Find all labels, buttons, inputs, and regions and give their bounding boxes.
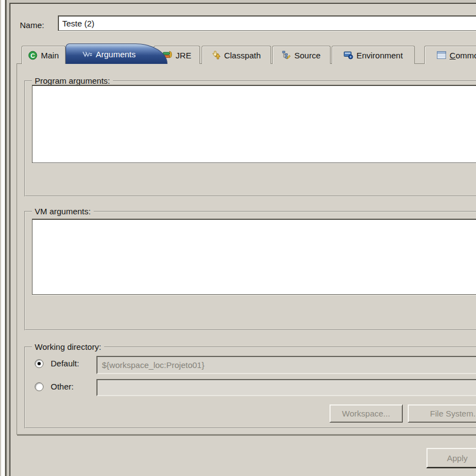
tab-main-label: Main <box>41 51 59 60</box>
name-input[interactable] <box>58 15 476 31</box>
other-directory-field[interactable] <box>96 379 476 396</box>
other-radio-label[interactable]: Other: <box>51 382 74 392</box>
vm-arguments-group: VM arguments: <box>24 211 476 331</box>
file-system-button[interactable]: File System... <box>408 404 476 423</box>
workspace-button[interactable]: Workspace... <box>329 404 403 423</box>
default-radio-label[interactable]: Default: <box>51 359 79 369</box>
left-tree-panel-edge <box>1 0 7 476</box>
tab-classpath[interactable]: Classpath <box>202 46 271 64</box>
tab-source-label: Source <box>294 51 321 60</box>
working-directory-label: Working directory: <box>32 342 104 353</box>
tab-arguments-label: Arguments <box>96 50 136 59</box>
arguments-tab-content: Program arguments: VM arguments: Working… <box>17 63 476 435</box>
default-directory-field: ${workspace_loc:Projeto01} <box>96 356 476 374</box>
svg-text:C: C <box>31 52 35 58</box>
tab-jre-label: JRE <box>176 51 191 60</box>
default-radio[interactable] <box>35 359 44 368</box>
arguments-icon <box>82 50 93 58</box>
tab-main[interactable]: C Main <box>21 46 66 64</box>
java-class-icon: C <box>28 51 37 60</box>
tab-environment[interactable]: Environment <box>332 46 415 64</box>
vm-arguments-textarea[interactable] <box>32 219 476 295</box>
tab-source[interactable]: Source <box>272 46 331 64</box>
vm-arguments-label: VM arguments: <box>32 206 94 217</box>
other-radio[interactable] <box>35 382 44 391</box>
tab-environment-label: Environment <box>356 51 403 60</box>
table-icon <box>437 51 446 59</box>
tab-arguments[interactable]: Arguments <box>66 44 167 64</box>
program-arguments-textarea[interactable] <box>32 85 476 163</box>
tab-classpath-label: Classpath <box>224 51 261 60</box>
working-directory-group: Working directory: Default: ${workspace_… <box>24 347 476 429</box>
apply-button[interactable]: Apply <box>426 448 476 468</box>
tab-common[interactable]: Common <box>424 46 476 64</box>
tab-common-label: Common <box>450 51 476 60</box>
environment-icon <box>344 51 353 60</box>
classpath-arrows-icon <box>212 51 221 60</box>
name-label: Name: <box>20 20 44 30</box>
source-tree-pencil-icon <box>282 51 291 60</box>
launch-config-panel: Name: C Main Arguments JRE Classpath Sou… <box>9 3 476 476</box>
program-arguments-group: Program arguments: <box>24 80 476 197</box>
